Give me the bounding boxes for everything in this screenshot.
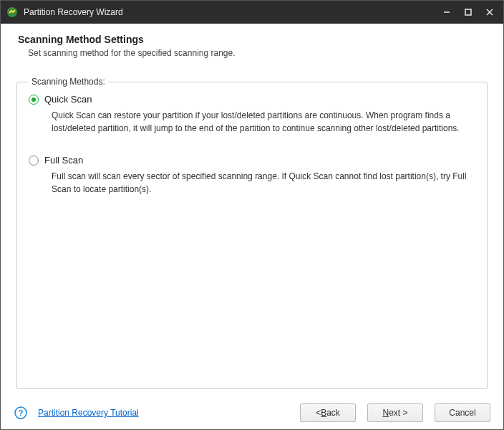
- page-title: Scanning Method Settings: [18, 34, 486, 45]
- quick-scan-radio[interactable]: [29, 95, 39, 105]
- quick-scan-description: Quick Scan can restore your partition if…: [52, 109, 475, 135]
- scanning-methods-group: Scanning Methods: Quick Scan Quick Scan …: [16, 77, 488, 389]
- app-icon: [6, 6, 18, 18]
- full-scan-label[interactable]: Full Scan: [44, 155, 83, 166]
- svg-rect-2: [465, 9, 471, 15]
- window-title: Partition Recovery Wizard: [24, 7, 436, 17]
- option-quick-scan: Quick Scan Quick Scan can restore your p…: [29, 94, 475, 135]
- full-scan-radio[interactable]: [29, 156, 39, 166]
- full-scan-description: Full scan will scan every sector of spec…: [52, 170, 475, 196]
- quick-scan-label[interactable]: Quick Scan: [44, 94, 92, 105]
- option-full-scan: Full Scan Full scan will scan every sect…: [29, 155, 475, 196]
- wizard-footer: ? Partition Recovery Tutorial < Back Nex…: [1, 395, 503, 430]
- svg-text:?: ?: [19, 408, 24, 417]
- content-area: Scanning Method Settings Set scanning me…: [1, 24, 503, 430]
- cancel-button[interactable]: Cancel: [435, 403, 490, 422]
- close-button[interactable]: [479, 1, 500, 24]
- page-subtitle: Set scanning method for the specified sc…: [18, 48, 486, 58]
- next-button[interactable]: Next >: [367, 403, 423, 422]
- wizard-header: Scanning Method Settings Set scanning me…: [1, 24, 503, 71]
- maximize-button[interactable]: [457, 1, 479, 24]
- back-button[interactable]: < Back: [300, 403, 356, 422]
- title-bar: Partition Recovery Wizard: [1, 1, 503, 24]
- minimize-button[interactable]: [436, 1, 457, 24]
- tutorial-link[interactable]: Partition Recovery Tutorial: [38, 408, 139, 418]
- help-icon[interactable]: ?: [14, 406, 28, 420]
- group-legend: Scanning Methods:: [29, 77, 108, 87]
